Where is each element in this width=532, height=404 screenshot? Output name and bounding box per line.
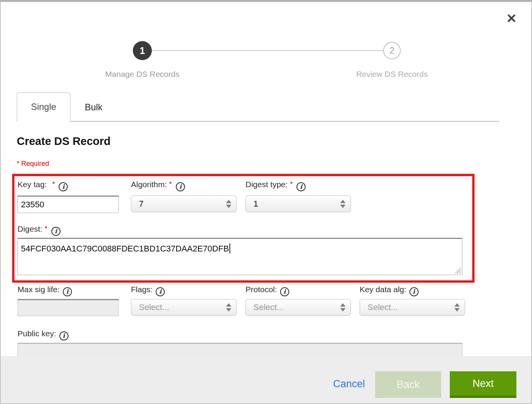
digest-type-info-icon[interactable]: i (296, 182, 306, 191)
digest-type-label: Digest type:*i (245, 180, 306, 191)
protocol-label: Protocol:i (245, 285, 289, 296)
key-tag-input[interactable] (18, 196, 119, 213)
back-button[interactable]: Back (375, 371, 441, 398)
select-arrows-icon (340, 303, 346, 312)
required-asterisk: * (169, 180, 172, 188)
select-arrows-icon (226, 199, 231, 208)
next-button[interactable]: Next (450, 371, 516, 398)
step-connector-line (152, 50, 384, 51)
max-sig-life-info-icon[interactable]: i (63, 287, 72, 296)
step-2-indicator: 2 (383, 42, 401, 59)
digest-info-icon[interactable]: i (51, 227, 61, 236)
select-arrows-icon (454, 303, 460, 312)
flags-label: Flags:i (131, 285, 165, 296)
key-data-alg-info-icon[interactable]: i (409, 287, 419, 296)
digest-value: 54FCF030AA1C79C0088FDEC1BD1C37DAA2E70DFB (21, 244, 229, 253)
algorithm-info-icon[interactable]: i (176, 182, 185, 191)
resize-handle-icon[interactable] (455, 267, 461, 274)
step-1-indicator: 1 (133, 41, 152, 60)
digest-label: Digest:*i (18, 224, 61, 235)
create-ds-record-dialog: ✕ 1 2 Manage DS Records Review DS Record… (0, 0, 532, 404)
flags-info-icon[interactable]: i (156, 287, 165, 296)
max-sig-life-input[interactable] (18, 299, 119, 316)
page-title: Create DS Record (17, 135, 111, 148)
select-arrows-icon (226, 303, 231, 312)
protocol-info-icon[interactable]: i (280, 287, 289, 296)
key-tag-label: Key tag:*i (18, 180, 68, 191)
key-data-alg-select[interactable]: Select... (360, 299, 465, 316)
public-key-label: Public key:i (18, 329, 68, 340)
required-note: * Required (17, 160, 49, 168)
digest-textarea[interactable]: 54FCF030AA1C79C0088FDEC1BD1C37DAA2E70DFB (18, 238, 462, 275)
required-asterisk: * (52, 180, 55, 188)
tab-single[interactable]: Single (17, 92, 70, 122)
text-cursor (229, 243, 230, 253)
tab-bulk[interactable]: Bulk (70, 92, 117, 122)
select-arrows-icon (340, 199, 346, 208)
public-key-info-icon[interactable]: i (59, 331, 68, 340)
protocol-select[interactable]: Select... (245, 299, 351, 316)
step-1-label: Manage DS Records (74, 70, 211, 79)
close-button[interactable]: ✕ (503, 10, 520, 27)
close-icon: ✕ (506, 11, 517, 25)
key-tag-info-icon[interactable]: i (59, 182, 68, 191)
algorithm-select[interactable]: 7 (131, 196, 237, 212)
tab-divider (70, 121, 499, 122)
digest-type-select[interactable]: 1 (245, 196, 351, 212)
required-asterisk: * (45, 224, 47, 232)
key-data-alg-label: Key data alg:i (360, 285, 419, 296)
required-asterisk: * (290, 180, 293, 188)
cancel-button[interactable]: Cancel (333, 378, 365, 390)
max-sig-life-label: Max sig life:i (18, 285, 72, 296)
flags-select[interactable]: Select... (131, 299, 237, 316)
step-2-label: Review DS Records (323, 70, 460, 79)
algorithm-label: Algorithm:*i (131, 180, 185, 191)
